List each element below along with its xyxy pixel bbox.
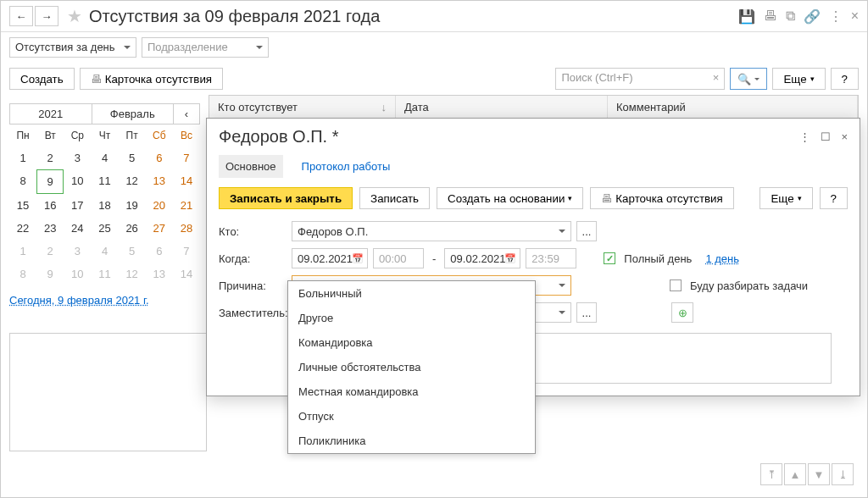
calendar-icon[interactable]: 📅 [504,253,516,264]
calendar-day[interactable]: 5 [119,240,146,263]
close-icon[interactable]: × [851,8,859,25]
dropdown-item[interactable]: Другое [288,306,535,330]
clear-search-icon[interactable]: × [713,71,720,84]
modal-help-button[interactable]: ? [820,187,848,209]
calendar-day[interactable]: 7 [173,147,200,169]
dropdown-item[interactable]: Местная командировка [288,379,535,404]
list-down-button[interactable]: ▼ [808,463,830,485]
calendar-day[interactable]: 1 [9,147,36,169]
column-date[interactable]: Дата [396,96,608,119]
one-day-link[interactable]: 1 день [705,252,739,265]
dropdown-item[interactable]: Больничный [288,281,535,306]
help-button[interactable]: ? [831,68,859,90]
calendar-day[interactable]: 26 [119,217,146,240]
add-substitute-button[interactable]: ⊕ [671,302,693,323]
calendar-day[interactable]: 11 [91,169,118,194]
preview-icon[interactable]: ⧉ [786,8,795,25]
time-from-input[interactable]: 00:00 [373,248,424,268]
calendar-day[interactable]: 24 [64,217,91,240]
calendar-day[interactable]: 10 [64,169,91,194]
calendar-month[interactable]: Февраль [92,104,175,124]
calendar-day[interactable]: 7 [173,240,200,263]
view-selector[interactable]: Отсутствия за день [9,37,136,58]
favorite-icon[interactable]: ★ [67,6,82,26]
calendar-day[interactable]: 3 [64,147,91,169]
calendar-day[interactable]: 27 [146,217,173,240]
department-selector[interactable]: Подразделение [142,37,269,58]
calendar-day[interactable]: 25 [91,217,118,240]
calendar-day[interactable]: 20 [146,194,173,217]
column-who[interactable]: Кто отсутствует↓ [209,96,396,119]
today-link[interactable]: Сегодня, 9 февраля 2021 г. [9,294,200,307]
full-day-checkbox[interactable]: ✓ [604,252,615,264]
calendar-day[interactable]: 21 [173,194,200,217]
tab-log[interactable]: Протокол работы [295,155,398,178]
calendar-prev[interactable]: ‹ [174,104,199,124]
calendar-day[interactable]: 10 [64,263,91,285]
list-bottom-button[interactable]: ⤓ [832,463,854,485]
who-input[interactable]: Федоров О.П. [292,221,571,241]
search-button[interactable]: 🔍 [730,68,767,90]
calendar-day[interactable]: 28 [173,217,200,240]
substitute-lookup-button[interactable]: ... [576,302,597,323]
modal-close-icon[interactable]: × [841,130,848,143]
list-up-button[interactable]: ▲ [784,463,806,485]
dropdown-item[interactable]: Поликлиника [288,429,535,453]
calendar-day[interactable]: 23 [36,217,64,240]
save-button[interactable]: Записать [359,187,430,209]
dropdown-item[interactable]: Личные обстоятельства [288,355,535,379]
calendar-day[interactable]: 1 [9,240,36,263]
calendar-day[interactable]: 12 [119,263,146,285]
modal-maximize-icon[interactable]: ☐ [821,130,831,143]
calendar-day[interactable]: 11 [91,263,118,285]
calendar-day[interactable]: 5 [119,147,146,169]
save-icon[interactable]: 💾 [738,8,755,25]
time-to-input[interactable]: 23:59 [526,248,576,268]
date-from-input[interactable]: 09.02.2021📅 [292,248,368,268]
modal-more-icon[interactable]: ⋮ [799,130,810,143]
calendar-day[interactable]: 14 [173,169,200,194]
date-to-input[interactable]: 09.02.2021📅 [444,248,520,268]
calendar-day[interactable]: 22 [9,217,36,240]
modal-more-button[interactable]: Еще ▾ [760,187,812,209]
calendar-day[interactable]: 16 [36,194,64,217]
calendar-day[interactable]: 18 [91,194,118,217]
calendar-day[interactable]: 8 [9,169,36,194]
calendar-day[interactable]: 6 [146,240,173,263]
calendar-day[interactable]: 9 [36,169,64,194]
calendar-icon[interactable]: 📅 [352,253,364,264]
calendar-day[interactable]: 17 [64,194,91,217]
calendar-day[interactable]: 12 [119,169,146,194]
calendar-day[interactable]: 13 [146,169,173,194]
absence-card-button[interactable]: Карточка отсутствия [80,68,223,90]
more-button[interactable]: Еще ▾ [772,68,825,90]
create-from-button[interactable]: Создать на основании ▾ [437,187,583,209]
create-button[interactable]: Создать [9,68,75,90]
tab-main[interactable]: Основное [219,155,283,178]
save-close-button[interactable]: Записать и закрыть [219,187,353,209]
who-lookup-button[interactable]: ... [576,221,597,241]
calendar-day[interactable]: 13 [146,263,173,285]
calendar-day[interactable]: 3 [64,240,91,263]
calendar-day[interactable]: 6 [146,147,173,169]
calendar-day[interactable]: 2 [36,240,64,263]
calendar-day[interactable]: 14 [173,263,200,285]
calendar-day[interactable]: 8 [9,263,36,285]
calendar-day[interactable]: 15 [9,194,36,217]
calendar-year[interactable]: 2021 [10,104,92,124]
more-icon[interactable]: ⋮ [829,8,843,25]
handle-tasks-checkbox[interactable] [670,279,682,291]
list-top-button[interactable]: ⤒ [760,463,782,485]
link-icon[interactable]: 🔗 [804,8,821,25]
calendar-day[interactable]: 2 [36,147,64,169]
calendar-day[interactable]: 4 [91,240,118,263]
column-comment[interactable]: Комментарий [608,96,858,119]
calendar-day[interactable]: 4 [91,147,118,169]
print-icon[interactable]: 🖶 [764,8,777,25]
dropdown-item[interactable]: Командировка [288,330,535,355]
search-input[interactable]: Поиск (Ctrl+F) × [555,68,725,90]
modal-card-button[interactable]: Карточка отсутствия [590,187,733,209]
dropdown-item[interactable]: Отпуск [288,404,535,429]
forward-button[interactable]: → [35,6,58,26]
calendar-day[interactable]: 9 [36,263,64,285]
